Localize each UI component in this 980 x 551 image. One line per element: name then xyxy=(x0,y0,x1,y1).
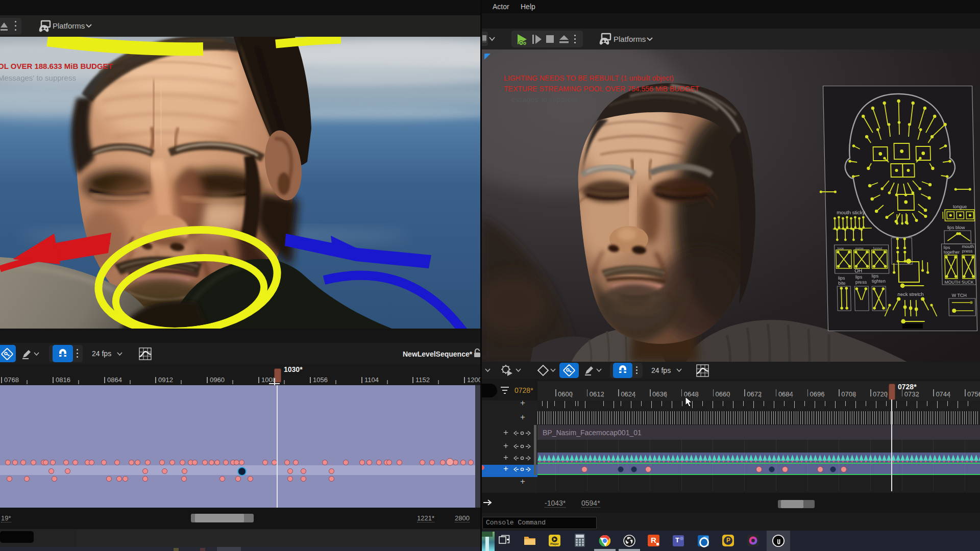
svg-text:funnel: funnel xyxy=(873,246,883,250)
svg-text:tighten: tighten xyxy=(872,279,886,284)
svg-text:lips: lips xyxy=(838,276,845,281)
svg-text:Player: Player xyxy=(550,542,559,545)
svg-text:together: together xyxy=(944,249,960,255)
svg-text:LIGHTING NEEDS TO BE REBUILT (: LIGHTING NEEDS TO BE REBUILT (1 unbuilt … xyxy=(504,74,674,82)
svg-text:essages' to suppress: essages' to suppress xyxy=(511,95,578,104)
svg-text:neck stretch: neck stretch xyxy=(897,291,923,297)
svg-text:lips: lips xyxy=(855,274,863,280)
svg-text:OH: OH xyxy=(854,268,862,273)
svg-text:OL OVER 188.633 MiB BUDGET: OL OVER 188.633 MiB BUDGET xyxy=(0,62,113,70)
svg-text:mouth sticky: mouth sticky xyxy=(837,210,865,215)
svg-text:bite: bite xyxy=(838,281,846,286)
svg-text:Messages' to suppress: Messages' to suppress xyxy=(0,73,76,82)
svg-text:W TCH: W TCH xyxy=(952,293,967,298)
svg-text:MOUTH SUCK: MOUTH SUCK xyxy=(944,280,974,285)
svg-text:lips: lips xyxy=(872,273,879,279)
svg-text:press: press xyxy=(855,280,867,285)
svg-text:lips blow: lips blow xyxy=(947,225,965,230)
svg-text:TEXTURE STREAMING POOL OVER 75: TEXTURE STREAMING POOL OVER 754.556 MiB … xyxy=(504,85,699,93)
svg-text:press: press xyxy=(962,248,973,254)
svg-text:tongue: tongue xyxy=(953,204,967,209)
